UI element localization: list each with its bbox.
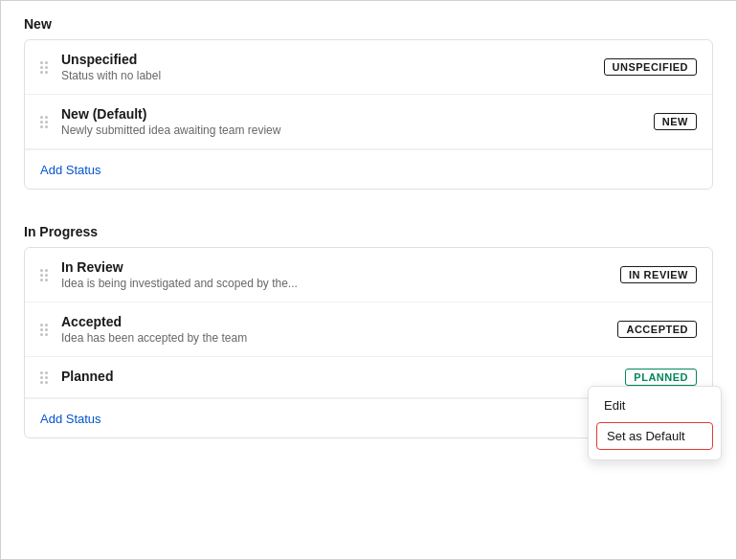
- section-new-card: Unspecified Status with no label UNSPECI…: [24, 39, 713, 190]
- section-in-progress: In Progress In Review Idea is being inve…: [1, 209, 736, 438]
- drag-handle-unspecified[interactable]: [40, 61, 48, 74]
- status-name-unspecified: Unspecified: [61, 52, 589, 67]
- status-desc-new-default: Newly submitted idea awaiting team revie…: [61, 123, 638, 137]
- section-new-title: New: [24, 16, 713, 32]
- status-badge-in-review: IN REVIEW: [620, 266, 697, 283]
- status-info-planned: Planned: [61, 369, 610, 386]
- add-status-link-in-progress[interactable]: Add Status: [40, 412, 101, 426]
- page-container: New Unspecified Status with no label UNS…: [0, 0, 737, 560]
- drag-handle-new-default[interactable]: [40, 116, 48, 128]
- status-info-accepted: Accepted Idea has been accepted by the t…: [61, 314, 602, 345]
- add-status-row-new: Add Status: [25, 149, 712, 189]
- section-new: New Unspecified Status with no label UNS…: [1, 1, 736, 190]
- section-in-progress-card: In Review Idea is being investigated and…: [24, 247, 713, 438]
- status-badge-unspecified: UNSPECIFIED: [604, 58, 697, 76]
- status-name-new-default: New (Default): [61, 106, 638, 122]
- status-badge-accepted: ACCEPTED: [617, 321, 697, 338]
- status-badge-planned: PLANNED: [625, 369, 697, 386]
- status-info-in-review: In Review Idea is being investigated and…: [61, 259, 605, 290]
- drag-handle-in-review[interactable]: [40, 269, 48, 281]
- status-desc-accepted: Idea has been accepted by the team: [61, 331, 602, 345]
- status-row-in-review: In Review Idea is being investigated and…: [25, 248, 712, 302]
- status-desc-unspecified: Status with no label: [61, 69, 589, 82]
- context-menu-edit[interactable]: Edit: [589, 392, 721, 418]
- status-badge-new-default: NEW: [654, 113, 697, 130]
- status-row-new-default: New (Default) Newly submitted idea await…: [25, 95, 712, 149]
- status-row-planned: Planned PLANNED Edit Set as Default: [25, 357, 712, 398]
- status-name-planned: Planned: [61, 369, 610, 384]
- status-desc-in-review: Idea is being investigated and scoped by…: [61, 277, 605, 290]
- drag-handle-planned[interactable]: [40, 371, 48, 384]
- add-status-link-new[interactable]: Add Status: [40, 163, 101, 177]
- status-info-unspecified: Unspecified Status with no label: [61, 52, 589, 82]
- status-info-new-default: New (Default) Newly submitted idea await…: [61, 106, 638, 137]
- status-name-accepted: Accepted: [61, 314, 602, 329]
- context-menu-set-default[interactable]: Set as Default: [596, 422, 713, 450]
- status-row-accepted: Accepted Idea has been accepted by the t…: [25, 302, 712, 357]
- drag-handle-accepted[interactable]: [40, 324, 48, 336]
- section-in-progress-title: In Progress: [24, 224, 713, 239]
- status-name-in-review: In Review: [61, 259, 605, 275]
- status-row-unspecified: Unspecified Status with no label UNSPECI…: [25, 40, 712, 95]
- context-menu: Edit Set as Default: [588, 386, 722, 460]
